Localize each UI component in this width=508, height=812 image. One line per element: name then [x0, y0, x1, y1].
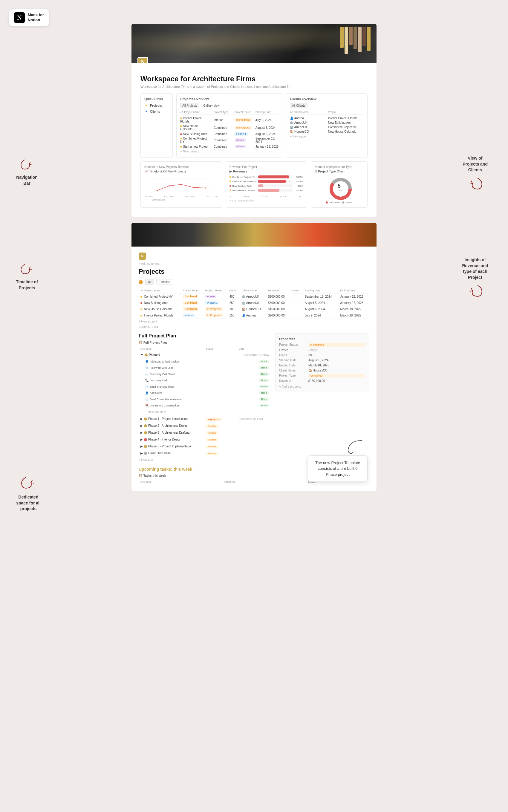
table-row[interactable]: Combined Project NY Combined Admin 400 🏢… — [139, 294, 369, 300]
svg-point-6 — [180, 184, 182, 185]
timeline-projects-annotation: Timeline of Projects — [6, 260, 48, 291]
dedicated-space-annotation: Dedicatedspace for allprojects — [6, 472, 51, 512]
view-projects-clients-annotation: View of Projects and Clients — [448, 156, 502, 195]
col-project-type: Project Type — [181, 288, 203, 294]
dashboard-row-1: Quick Links Projects Clients P — [140, 93, 368, 158]
timeline-section-title: Number of New Projects Timeline — [144, 165, 218, 169]
revenue-chart-section: Revenue Per Project ▶ Revenues Combined … — [226, 161, 307, 208]
table-row[interactable]: New Building Arch Combined Phase 1 Augus… — [180, 131, 279, 136]
revenue-add-new[interactable]: + Start a new project — [229, 199, 303, 202]
timeline-chart: Jul 2024 Aug 2024 Sep 2024 Last 7 days -… — [144, 175, 218, 196]
all-tab[interactable]: All — [145, 279, 154, 285]
donut-center-text: 5 Total — [336, 183, 342, 192]
table-row[interactable]: New House Colorado Combined In Progress … — [139, 306, 369, 312]
badge-text: Made for Notion — [28, 12, 44, 23]
task-row: ✉️Email thanking clientDone — [139, 384, 270, 389]
projects-view-tabs: All Projects Gallery view — [180, 103, 279, 108]
complete-bar: COMPLETE 0/4 — [139, 326, 369, 329]
revenue-bars: Combined Project NY $305K Interior Proje… — [229, 175, 303, 198]
timeline-svg — [144, 175, 218, 194]
navigation-bar-annotation: Navigation Bar — [6, 156, 48, 186]
table-row[interactable]: 👤 Andrea Interior Project Florida — [290, 116, 364, 121]
svg-point-4 — [157, 190, 158, 191]
add-new-task[interactable]: + New task — [139, 457, 270, 463]
clients-overview-title: Clients Overview — [290, 97, 364, 101]
revenue-x-labels: $0 $80K $160K $240K $3... — [229, 195, 303, 198]
spiral-arrow-1 — [18, 156, 36, 173]
timeline-legend-line — [144, 200, 149, 200]
phase-row[interactable]: ▶Phase 5 - Project ImplementationPending — [139, 443, 270, 450]
projects-table-header: As Project name Project Type Project Sta… — [180, 111, 279, 115]
revenue-row: Interior Project Florida $200K — [229, 180, 303, 183]
col-starting-date: Starting Date — [303, 288, 339, 294]
prop-owner: Owner Empty — [279, 348, 366, 352]
phase-row[interactable]: ▶Phase 2 - Architectural DesignPending — [139, 423, 270, 429]
tooltip-arrow-svg — [344, 437, 368, 456]
quick-links-title: Quick Links — [144, 97, 169, 101]
quick-link-clients[interactable]: Clients — [144, 109, 169, 114]
revenue-section-title: Revenue Per Project — [229, 165, 303, 169]
col-project-status: Project Status — [204, 288, 228, 294]
table-row[interactable]: Combined Project NY Combined Admin Septe… — [180, 136, 279, 144]
plan-section-title: 📋 Full Project Plan — [139, 341, 270, 344]
add-new-client[interactable]: + New page — [290, 134, 364, 139]
add-new-project-btn[interactable]: + New project — [139, 318, 369, 324]
table-row[interactable]: 🏢 ArredoUK New Building Arch — [290, 121, 364, 125]
timeline-chart-section: Number of New Projects Timeline 📈 TimeLi… — [140, 161, 222, 208]
timeline-tab[interactable]: Timeline — [156, 279, 173, 285]
hero-image: N — [131, 24, 377, 63]
revenue-row: New House Colorado $150K — [229, 189, 303, 192]
svg-point-7 — [193, 187, 194, 188]
clients-mini-table: As Client Name Project 👤 Andrea Interior… — [290, 111, 364, 139]
add-new-project[interactable]: + New project — [180, 149, 279, 154]
phase-row[interactable]: ▶ Phase 1 - Project Introduction In prog… — [139, 416, 270, 422]
timeline-chart-label: 📈 TimeLinE Of New Projects — [144, 170, 218, 173]
all-clients-tab[interactable]: All Clients — [290, 103, 307, 108]
workspace-section: N Workspace for Architecture Firms Works… — [131, 24, 377, 217]
timeline-x-labels: Jul 2024 Aug 2024 Sep 2024 Last 7 days — [144, 195, 218, 198]
svg-point-5 — [169, 185, 170, 186]
quick-link-projects[interactable]: Projects — [144, 103, 169, 108]
table-row[interactable]: Interior Project Florida Interior In Pro… — [139, 312, 369, 318]
table-row[interactable]: 🏠 HousesCO New House Colorado — [290, 129, 364, 134]
task-row: 📄Discovery Call SheetDone — [139, 371, 270, 377]
insights-annotation: Insights of Revenue and type of each Pro… — [448, 257, 502, 302]
task-row: 👤Add Lead to lead trackerDone — [139, 359, 270, 364]
phase-row[interactable]: ▶Phase 4 - Interior DesignPending — [139, 436, 270, 442]
donut-container: 5 Total Combined Interior — [315, 175, 364, 204]
prop-end: Ending Date March 18, 2025 — [279, 364, 366, 367]
revenue-row: New Building Arch $30K — [229, 184, 303, 187]
add-property[interactable]: + Add a property — [279, 385, 366, 388]
table-row[interactable]: 🏢 ArredoUK Combined Project NY — [290, 125, 364, 129]
clients-dot — [145, 111, 147, 112]
table-row[interactable]: New Building Arch Combined Phase 1 250 🏢… — [139, 300, 369, 306]
col-project-name: As Project name — [139, 288, 181, 294]
main-content: N Workspace for Architecture Firms Works… — [131, 24, 377, 565]
all-projects-tab[interactable]: All Projects — [180, 103, 199, 108]
phase-icon — [144, 418, 147, 421]
phase-row[interactable]: ▶Phase 3 - Architectural DraftingPending — [139, 429, 270, 436]
projects-dot — [145, 104, 147, 106]
add-comment[interactable]: + Add comment — [139, 262, 369, 265]
notion-icon: N — [14, 12, 25, 23]
svg-point-8 — [204, 187, 206, 188]
phase-row[interactable]: ▼ Phase 0 September 18, 2024 — [139, 352, 270, 358]
prop-hours: Hours 300 — [279, 353, 366, 357]
clients-overview-section: Clients Overview All Clients As Client N… — [286, 93, 368, 158]
task-row: 👤Add ClientDone — [139, 390, 270, 396]
tooltip-with-arrow: The new Project Template consists of a p… — [308, 437, 368, 482]
donut-chart-section: Number of projects per Type ⊙ Project Ty… — [311, 161, 368, 208]
gallery-view-tab[interactable]: Gallery view — [201, 103, 221, 108]
add-subtask-row: + New sub-item — [139, 409, 270, 415]
col-ending-date: Ending Date — [339, 288, 369, 294]
prop-status: Project Status In Progress — [279, 343, 366, 347]
spiral-arrow-2 — [18, 260, 36, 278]
projects-table: As Project name Project Type Project Sta… — [139, 288, 369, 318]
notion-hero-icon: N — [137, 57, 148, 63]
table-row[interactable]: Start a new Project Combined Admin Janua… — [180, 144, 279, 149]
revenue-chart-label: ▶ Revenues — [229, 170, 303, 173]
page-title: Workspace for Architecture Firms — [140, 75, 368, 83]
table-row[interactable]: New House Colorado Combined In Progress … — [180, 124, 279, 131]
table-row[interactable]: Interior Project Florida Interior In Pro… — [180, 116, 279, 124]
phase-row[interactable]: ▶Close Out PhasePending — [139, 450, 270, 456]
